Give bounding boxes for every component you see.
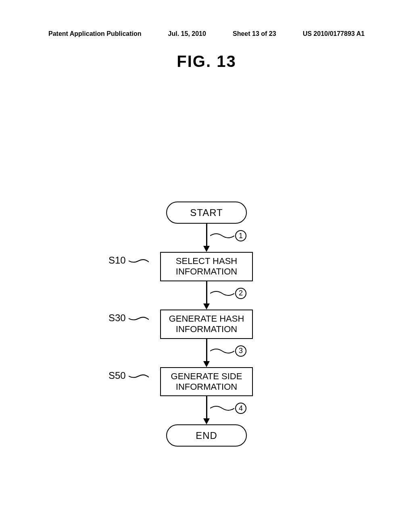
process-s10-line1: SELECT HASH xyxy=(176,256,237,266)
patent-number: US 2010/0177893 A1 xyxy=(303,30,365,37)
arrow-1: 1 xyxy=(206,224,207,252)
date-label: Jul. 15, 2010 xyxy=(168,30,206,37)
process-s10: SELECT HASH INFORMATION S10 xyxy=(160,252,253,281)
connector-squiggle-1 xyxy=(210,232,234,240)
process-s10-line2: INFORMATION xyxy=(176,266,237,277)
flowchart-container: START 1 SELECT HASH INFORMATION S10 2 GE… xyxy=(160,202,253,447)
start-terminal: START xyxy=(166,202,247,224)
arrow-3: 3 xyxy=(206,339,207,367)
connector-1: 1 xyxy=(235,230,246,241)
arrow-2: 2 xyxy=(206,281,207,310)
step-label-s10: S10 xyxy=(108,255,126,266)
process-s30-line2: INFORMATION xyxy=(176,324,237,335)
connector-squiggle-4 xyxy=(210,404,234,412)
page-header: Patent Application Publication Jul. 15, … xyxy=(0,30,413,37)
figure-title: FIG. 13 xyxy=(0,52,413,71)
process-s50: GENERATE SIDE INFORMATION S50 xyxy=(160,367,253,397)
publication-label: Patent Application Publication xyxy=(48,30,142,37)
label-squiggle-s50 xyxy=(129,374,149,380)
process-s30-line1: GENERATE HASH xyxy=(169,314,244,324)
connector-3: 3 xyxy=(235,345,246,357)
end-terminal: END xyxy=(166,424,247,447)
label-squiggle-s10 xyxy=(129,259,149,265)
connector-2: 2 xyxy=(235,288,246,299)
connector-4: 4 xyxy=(235,403,246,414)
label-squiggle-s30 xyxy=(129,316,149,322)
connector-squiggle-3 xyxy=(210,347,234,355)
end-label: END xyxy=(196,430,217,441)
sheet-label: Sheet 13 of 23 xyxy=(233,30,276,37)
process-s50-line1: GENERATE SIDE xyxy=(171,371,242,382)
process-s50-line2: INFORMATION xyxy=(176,382,237,392)
start-label: START xyxy=(190,207,223,218)
step-label-s50: S50 xyxy=(108,370,126,382)
process-s30: GENERATE HASH INFORMATION S30 xyxy=(160,310,253,339)
step-label-s30: S30 xyxy=(108,312,126,324)
arrow-4: 4 xyxy=(206,396,207,424)
connector-squiggle-2 xyxy=(210,289,234,297)
